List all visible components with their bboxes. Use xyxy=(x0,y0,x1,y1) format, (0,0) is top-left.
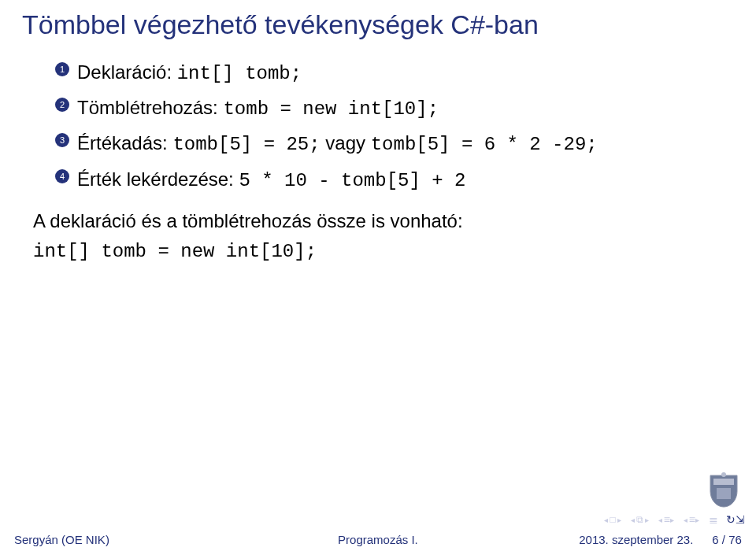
list-item: 3 Értékadás: tomb[5] = 25; vagy tomb[5] … xyxy=(55,128,717,159)
bullet-number: 2 xyxy=(55,98,69,112)
bullet-number: 1 xyxy=(55,62,69,76)
nav-outline-icon[interactable]: ≣ xyxy=(709,513,717,526)
svg-rect-1 xyxy=(717,488,731,499)
item-label: Tömblétrehozás: xyxy=(77,97,223,118)
item-code-2: tomb[5] = 6 * 2 -29; xyxy=(371,134,598,155)
slide-footer: Sergyán (OE NIK) Programozás I. 2013. sz… xyxy=(0,527,756,551)
nav-refresh-icon[interactable]: ↻⇲ xyxy=(726,513,745,526)
slide: Tömbbel végezhető tevékenységek C#-ban 1… xyxy=(0,0,756,551)
item-label: Értékadás: xyxy=(77,132,172,153)
nav-prev-subsection-icon[interactable]: ◂≡▸ xyxy=(684,513,699,526)
beamer-nav: ◂□▸ ◂⧉▸ ◂≡▸ ◂≡▸ ≣ ↻⇲ xyxy=(604,513,745,526)
list-item: 4 Érték lekérdezése: 5 * 10 - tomb[5] + … xyxy=(55,165,717,195)
item-code: int[] tomb; xyxy=(177,63,302,84)
item-label: Deklaráció: xyxy=(77,61,177,83)
paragraph-text: A deklaráció és a tömblétrehozás össze i… xyxy=(33,210,463,231)
institution-crest-icon xyxy=(707,471,740,512)
bullet-number: 3 xyxy=(55,133,69,147)
item-code: tomb = new int[10]; xyxy=(223,98,439,120)
item-code: tomb[5] = 25; xyxy=(172,134,320,155)
item-code: 5 * 10 - tomb[5] + 2 xyxy=(239,170,465,191)
nav-prev-slide-icon[interactable]: ◂□▸ xyxy=(604,514,621,525)
item-mid: vagy xyxy=(321,132,371,153)
list-item: 1 Deklaráció: int[] tomb; xyxy=(55,57,717,88)
slide-title: Tömbbel végezhető tevékenységek C#-ban xyxy=(0,0,756,45)
svg-rect-0 xyxy=(713,479,734,485)
bullet-number: 4 xyxy=(55,169,69,183)
footer-author: Sergyán (OE NIK) xyxy=(0,527,252,551)
slide-content: 1 Deklaráció: int[] tomb; 2 Tömblétrehoz… xyxy=(0,45,756,266)
footer-title: Programozás I. xyxy=(252,527,504,551)
nav-prev-section-icon[interactable]: ◂≡▸ xyxy=(658,513,674,526)
item-label: Érték lekérdezése: xyxy=(77,168,239,190)
svg-point-2 xyxy=(721,472,726,477)
footer-date: 2013. szeptember 23. xyxy=(579,533,693,546)
paragraph-code: int[] tomb = new int[10]; xyxy=(33,241,317,262)
list-item: 2 Tömblétrehozás: tomb = new int[10]; xyxy=(55,93,717,124)
footer-page: 6 / 76 xyxy=(712,533,742,546)
nav-prev-frame-icon[interactable]: ◂⧉▸ xyxy=(631,514,649,525)
footer-right: 2013. szeptember 23. 6 / 76 xyxy=(504,527,756,551)
paragraph: A deklaráció és a tömblétrehozás össze i… xyxy=(33,206,717,266)
